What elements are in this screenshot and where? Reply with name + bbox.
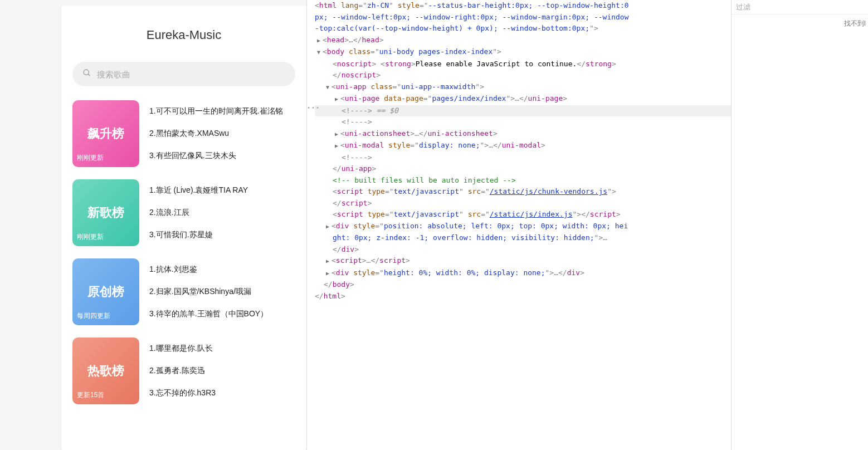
styles-sidebar: 找不到I — [731, 0, 868, 450]
chart-tile[interactable]: 热歌榜更新15首 — [72, 338, 139, 404]
filter-input[interactable] — [732, 0, 868, 14]
song-item[interactable]: 3.忘不掉的你.h3R3 — [149, 387, 295, 399]
devtools-panel: ••• <html lang="zh-CN" style="--status-b… — [306, 0, 868, 450]
chart-row: 原创榜每周四更新1.抗体.刘思鉴2.归家.国风堂/KBShinya/哦漏3.待宰… — [72, 258, 295, 325]
ellipsis-icon: ••• — [307, 102, 320, 114]
music-app-panel: Eureka-Music 飙升榜刚刚更新1.可不可以用一生的时间离开我.崔洺铭2… — [61, 6, 306, 450]
search-icon — [82, 69, 91, 80]
chart-songs: 1.抗体.刘思鉴2.归家.国风堂/KBShinya/哦漏3.待宰的羔羊.王瀚哲（… — [149, 258, 295, 325]
song-item[interactable]: 1.可不可以用一生的时间离开我.崔洺铭 — [149, 105, 295, 118]
chart-tile[interactable]: 新歌榜刚刚更新 — [72, 179, 139, 246]
chart-tile-subtitle: 每周四更新 — [77, 311, 110, 321]
chart-tile-title: 飙升榜 — [87, 125, 124, 142]
song-item[interactable]: 2.黑怕蒙太奇.XMASwu — [149, 128, 295, 140]
chart-tile-title: 原创榜 — [87, 283, 124, 300]
chart-tile-title: 热歌榜 — [87, 363, 124, 379]
song-item[interactable]: 1.靠近 (Live).袁娅维TIA RAY — [149, 184, 295, 197]
chart-tile[interactable]: 原创榜每周四更新 — [72, 258, 139, 325]
song-item[interactable]: 2.孤勇者.陈奕迅 — [149, 365, 295, 377]
chart-songs: 1.靠近 (Live).袁娅维TIA RAY2.流浪.江辰3.可惜我们.苏星婕 — [149, 179, 295, 246]
chart-tile-subtitle: 刚刚更新 — [77, 153, 104, 163]
song-item[interactable]: 3.待宰的羔羊.王瀚哲（中国BOY） — [149, 308, 295, 320]
elements-tree[interactable]: ••• <html lang="zh-CN" style="--status-b… — [307, 0, 731, 450]
svg-point-0 — [84, 70, 89, 75]
chart-tile[interactable]: 飙升榜刚刚更新 — [72, 100, 139, 167]
song-item[interactable]: 1.抗体.刘思鉴 — [149, 263, 295, 276]
chart-tile-title: 新歌榜 — [87, 204, 124, 221]
chart-tile-subtitle: 刚刚更新 — [77, 232, 104, 242]
selected-node[interactable]: <!----> == $0 — [315, 105, 731, 117]
search-box[interactable] — [72, 62, 295, 86]
svg-line-1 — [88, 74, 90, 76]
chart-songs: 1.可不可以用一生的时间离开我.崔洺铭2.黑怕蒙太奇.XMASwu3.有些回忆像… — [149, 100, 295, 167]
song-item[interactable]: 3.有些回忆像风.三块木头 — [149, 150, 295, 162]
app-title: Eureka-Music — [61, 17, 306, 62]
chart-songs: 1.哪里都是你.队长2.孤勇者.陈奕迅3.忘不掉的你.h3R3 — [149, 338, 295, 404]
song-item[interactable]: 1.哪里都是你.队长 — [149, 343, 295, 355]
song-item[interactable]: 2.流浪.江辰 — [149, 207, 295, 219]
song-item[interactable]: 3.可惜我们.苏星婕 — [149, 229, 295, 241]
search-input[interactable] — [97, 70, 285, 79]
chart-tile-subtitle: 更新15首 — [77, 390, 104, 400]
side-message: 找不到I — [732, 14, 868, 33]
chart-row: 新歌榜刚刚更新1.靠近 (Live).袁娅维TIA RAY2.流浪.江辰3.可惜… — [72, 179, 295, 246]
chart-row: 飙升榜刚刚更新1.可不可以用一生的时间离开我.崔洺铭2.黑怕蒙太奇.XMASwu… — [72, 100, 295, 167]
chart-row: 热歌榜更新15首1.哪里都是你.队长2.孤勇者.陈奕迅3.忘不掉的你.h3R3 — [72, 338, 295, 404]
song-item[interactable]: 2.归家.国风堂/KBShinya/哦漏 — [149, 286, 295, 298]
